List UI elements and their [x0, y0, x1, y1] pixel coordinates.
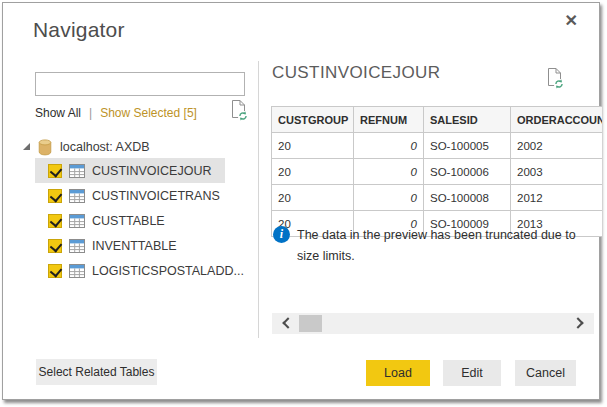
table-cell: 0	[354, 185, 424, 211]
edit-button[interactable]: Edit	[443, 360, 501, 386]
tables-tree: localhost: AXDB CUSTINVOICEJOUR	[23, 136, 258, 283]
scroll-right-icon[interactable]	[572, 317, 583, 328]
preview-title: CUSTINVOICEJOUR	[272, 63, 440, 83]
filter-links: Show All|Show Selected [5]	[35, 106, 197, 120]
panel-divider	[258, 61, 259, 338]
table-row: 20 0 SO-100006 2003	[272, 159, 603, 185]
tree-node-database[interactable]: localhost: AXDB	[23, 136, 258, 158]
table-cell: 20	[272, 133, 354, 159]
scroll-left-icon[interactable]	[282, 317, 293, 328]
show-all-link[interactable]: Show All	[35, 106, 81, 120]
table-icon	[69, 264, 85, 278]
table-cell: 20	[272, 185, 354, 211]
refresh-preview-icon[interactable]	[546, 67, 565, 94]
table-cell: SO-100006	[424, 159, 511, 185]
table-cell: 2002	[511, 133, 603, 159]
table-row: 20 0 SO-100008 2012	[272, 185, 603, 211]
column-header[interactable]: ORDERACCOUNT	[511, 107, 603, 133]
tree-item-custtable[interactable]: CUSTTABLE	[35, 208, 179, 233]
tree-item-label: CUSTINVOICEJOUR	[92, 164, 211, 178]
database-label: localhost: AXDB	[60, 140, 150, 154]
tree-item-inventtable[interactable]: INVENTTABLE	[35, 233, 191, 258]
tree-item-label: CUSTTABLE	[92, 214, 165, 228]
load-button[interactable]: Load	[366, 360, 430, 386]
checkbox-checked-icon[interactable]	[48, 214, 62, 228]
table-icon	[69, 239, 85, 253]
table-cell: SO-100005	[424, 133, 511, 159]
table-cell: 2012	[511, 185, 603, 211]
link-separator: |	[89, 106, 92, 120]
cancel-button[interactable]: Cancel	[515, 360, 576, 386]
table-header-row: CUSTGROUP REFNUM SALESID ORDERACCOUNT	[272, 107, 603, 133]
scrollbar-thumb[interactable]	[299, 315, 322, 332]
select-related-tables-button[interactable]: Select Related Tables	[36, 359, 157, 385]
column-header[interactable]: SALESID	[424, 107, 511, 133]
dialog-title: Navigator	[33, 18, 125, 42]
tree-item-custinvoicejour[interactable]: CUSTINVOICEJOUR	[35, 158, 225, 183]
tree-item-label: CUSTINVOICETRANS	[92, 189, 220, 203]
database-icon	[38, 139, 52, 156]
table-cell: 0	[354, 133, 424, 159]
column-header[interactable]: REFNUM	[354, 107, 424, 133]
column-header[interactable]: CUSTGROUP	[272, 107, 354, 133]
tree-item-logisticspostaladd[interactable]: LOGISTICSPOSTALADD...	[35, 258, 258, 283]
search-input[interactable]	[35, 72, 245, 96]
truncation-notice: i The data in the preview has been trunc…	[273, 225, 593, 267]
checkbox-checked-icon[interactable]	[48, 239, 62, 253]
tree-item-label: INVENTTABLE	[92, 239, 177, 253]
truncation-message: The data in the preview has been truncat…	[297, 225, 593, 267]
checkbox-checked-icon[interactable]	[48, 164, 62, 178]
table-cell: SO-100008	[424, 185, 511, 211]
info-icon: i	[273, 226, 290, 243]
table-icon	[69, 164, 85, 178]
table-cell: 20	[272, 159, 354, 185]
table-row: 20 0 SO-100005 2002	[272, 133, 603, 159]
preview-table: CUSTGROUP REFNUM SALESID ORDERACCOUNT 20…	[271, 106, 602, 238]
expander-icon[interactable]	[23, 143, 30, 150]
checkbox-checked-icon[interactable]	[48, 189, 62, 203]
refresh-preview-icon[interactable]	[230, 99, 249, 126]
navigator-dialog: ✕ Navigator Show All|Show Selected [5]	[2, 2, 600, 400]
tree-item-custinvoicetrans[interactable]: CUSTINVOICETRANS	[35, 183, 234, 208]
horizontal-scrollbar[interactable]	[272, 313, 594, 334]
close-icon[interactable]: ✕	[565, 11, 578, 30]
table-icon	[69, 214, 85, 228]
tree-item-label: LOGISTICSPOSTALADD...	[92, 264, 244, 278]
table-icon	[69, 189, 85, 203]
table-cell: 2003	[511, 159, 603, 185]
show-selected-link[interactable]: Show Selected [5]	[100, 106, 197, 120]
table-cell: 0	[354, 159, 424, 185]
checkbox-checked-icon[interactable]	[48, 264, 62, 278]
